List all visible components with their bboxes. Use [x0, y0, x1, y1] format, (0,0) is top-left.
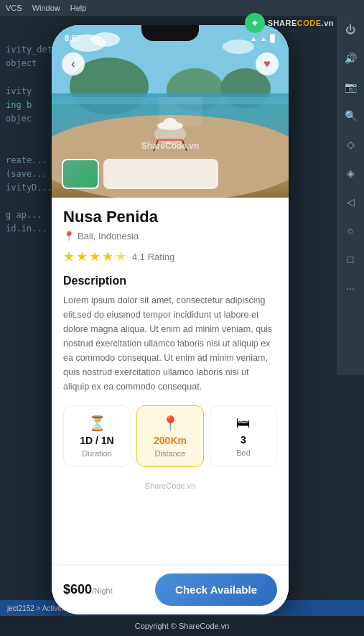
- right-toolbar: ⏻ 🔊 📷 🔍 ◇ ◈ ◁ ○ □ ···: [337, 16, 364, 375]
- description-title: Description: [63, 275, 277, 287]
- sharecode-text: SHARECODE.vn: [268, 19, 334, 27]
- thumbnail-strip: [62, 159, 218, 189]
- star-3: ★: [89, 249, 101, 264]
- rating-row: ★ ★ ★ ★ ★ 4.1 Rating: [63, 249, 277, 264]
- distance-icon: 📍: [162, 415, 179, 432]
- menu-vcs[interactable]: VCS: [6, 4, 22, 12]
- camera-icon[interactable]: 📷: [342, 79, 358, 95]
- volume-icon[interactable]: 🔊: [342, 50, 358, 66]
- rating-value: 4.1 Rating: [132, 252, 174, 262]
- hero-image-area: ‹ ♥ ShareCode.vn: [52, 25, 289, 198]
- paint-icon[interactable]: ◈: [342, 165, 358, 181]
- phone-notch: [141, 25, 199, 41]
- info-card-duration: ⏳ 1D / 1N Duration: [63, 405, 131, 467]
- distance-value: 200Km: [154, 435, 187, 446]
- duration-value: 1D / 1N: [80, 435, 113, 446]
- back-icon: ‹: [71, 57, 75, 70]
- location-pin-icon: 📍: [63, 231, 75, 241]
- check-available-button[interactable]: Check Available: [155, 573, 277, 606]
- wifi-icon: ▲: [260, 34, 267, 42]
- copyright-text: Copyright © ShareCode.vn: [135, 622, 230, 630]
- info-card-bed: 🛏 3 Bed: [210, 405, 277, 467]
- star-rating: ★ ★ ★ ★ ★: [63, 249, 126, 264]
- heart-icon: ♥: [263, 57, 271, 70]
- svg-rect-17: [159, 97, 202, 126]
- more-icon[interactable]: ···: [342, 280, 358, 296]
- star-2: ★: [76, 249, 88, 264]
- menu-help[interactable]: Help: [70, 4, 87, 12]
- info-card-distance: 📍 200Km Distance: [136, 405, 204, 467]
- bed-icon: 🛏: [236, 415, 251, 431]
- thumbnail-placeholder: [103, 159, 218, 189]
- favorite-button[interactable]: ♥: [256, 52, 279, 75]
- info-cards: ⏳ 1D / 1N Duration 📍 200Km Distance 🛏 3 …: [63, 405, 277, 467]
- signal-icon: ▲: [250, 34, 257, 42]
- duration-icon: ⏳: [88, 415, 106, 432]
- description-text: Lorem ipsum dolor sit amet, consectetur …: [63, 293, 277, 394]
- thumbnail-1[interactable]: [62, 159, 99, 189]
- star-5: ★: [115, 249, 126, 264]
- price-amount: $600: [63, 582, 92, 596]
- home-icon[interactable]: ○: [342, 223, 358, 239]
- recent-icon[interactable]: □: [342, 252, 358, 267]
- content-area: Nusa Penida 📍 Bali, Indonesia ★ ★ ★ ★ ★ …: [52, 198, 289, 614]
- battery-icon: ▉: [270, 34, 276, 42]
- back-nav-icon[interactable]: ◁: [342, 194, 358, 210]
- back-button[interactable]: ‹: [62, 52, 85, 75]
- bed-value: 3: [241, 434, 246, 446]
- power-icon[interactable]: ⏻: [342, 22, 358, 37]
- sharecode-icon: ✦: [245, 13, 265, 33]
- status-time: 8:57: [65, 34, 80, 42]
- location-text: Bali, Indonesia: [78, 231, 139, 241]
- copyright-bar: Copyright © ShareCode.vn: [0, 616, 364, 636]
- place-name: Nusa Penida: [63, 208, 277, 226]
- location-row: 📍 Bali, Indonesia: [63, 231, 277, 241]
- duration-label: Duration: [82, 449, 112, 458]
- status-icons: ▲ ▲ ▉: [250, 34, 276, 42]
- bottom-bar: $600/Night Check Available: [52, 564, 289, 614]
- zoom-icon[interactable]: 🔍: [342, 108, 358, 124]
- bed-label: Bed: [236, 448, 251, 457]
- menu-window[interactable]: Window: [32, 4, 60, 12]
- rotate-icon[interactable]: ◇: [342, 137, 358, 152]
- image-watermark: ShareCode.vn: [141, 141, 200, 151]
- distance-label: Distance: [155, 449, 186, 458]
- bottom-watermark: ShareCode.vn: [63, 481, 277, 490]
- phone-frame: 8:57 ▲ ▲ ▉: [52, 25, 289, 614]
- star-1: ★: [63, 249, 75, 264]
- sharecode-badge: ✦ SHARECODE.vn: [245, 13, 334, 33]
- star-4: ★: [102, 249, 113, 264]
- price-display: $600/Night: [63, 582, 113, 597]
- price-per-night: /Night: [92, 586, 113, 595]
